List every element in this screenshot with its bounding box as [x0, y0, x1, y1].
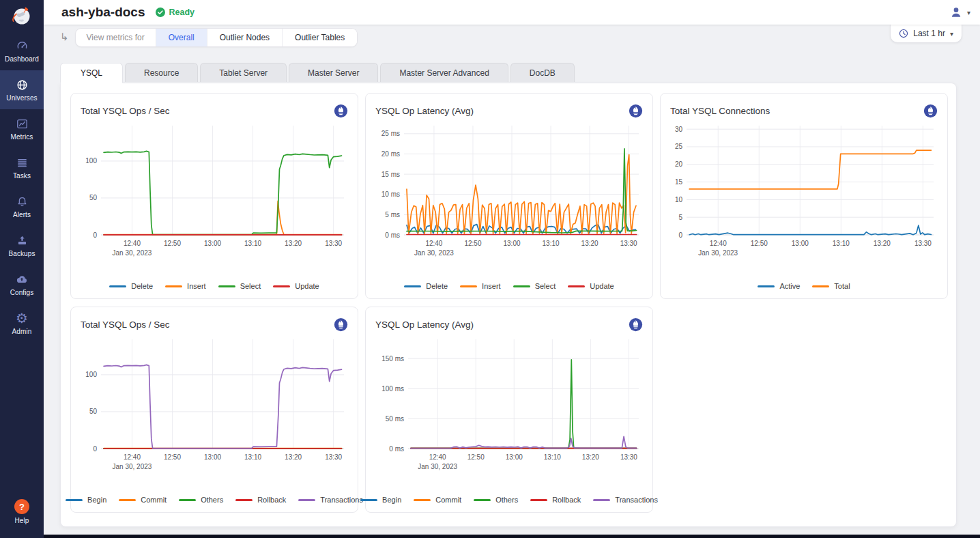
sidebar-item-universes[interactable]: Universes	[0, 70, 44, 109]
sidebar-item-metrics[interactable]: Metrics	[0, 109, 44, 148]
time-range-label: Last 1 hr	[913, 29, 945, 38]
scope-overall[interactable]: Overall	[156, 29, 207, 46]
user-icon	[949, 5, 963, 19]
chart-panel-ysql-op-latency-transactions: YSQL Op Latency (Avg) 12:40Jan 30, 20231…	[365, 307, 653, 513]
prometheus-icon[interactable]	[923, 104, 938, 118]
metrics-card: Total YSQL Ops / Sec 12:40Jan 30, 202312…	[60, 83, 957, 527]
sidebar-item-backups[interactable]: Backups	[0, 226, 44, 265]
legend-item-delete[interactable]: Delete	[109, 282, 153, 290]
chart-plot-area[interactable]: 12:40Jan 30, 202312:5013:0013:1013:2013:…	[375, 120, 644, 261]
legend-item-insert[interactable]: Insert	[460, 282, 501, 290]
tab-docdb[interactable]: DocDB	[510, 63, 575, 82]
legend-item-active[interactable]: Active	[758, 282, 800, 290]
legend-label: Insert	[482, 282, 501, 290]
chart-panel-total-ysql-ops: Total YSQL Ops / Sec 12:40Jan 30, 202312…	[70, 93, 358, 299]
prometheus-icon[interactable]	[629, 104, 643, 118]
svg-text:12:40: 12:40	[425, 240, 442, 247]
chart-legend: DeleteInsertSelectUpdate	[81, 282, 348, 292]
legend-item-transactions[interactable]: Transactions	[298, 496, 363, 504]
svg-text:20: 20	[675, 160, 683, 168]
legend-item-select[interactable]: Select	[513, 282, 556, 290]
chart-panel-total-ysql-connections: Total YSQL Connections 12:40Jan 30, 2023…	[660, 93, 948, 299]
svg-text:13:20: 13:20	[285, 453, 302, 461]
sidebar-item-dashboard[interactable]: Dashboard	[0, 31, 44, 70]
configs-cloud-icon	[15, 272, 29, 286]
svg-text:25 ms: 25 ms	[381, 130, 400, 137]
prometheus-icon[interactable]	[334, 317, 348, 332]
legend-item-commit[interactable]: Commit	[119, 496, 167, 504]
svg-text:12:50: 12:50	[751, 240, 768, 247]
legend-item-update[interactable]: Update	[273, 282, 319, 290]
svg-text:30: 30	[675, 126, 683, 133]
legend-item-transactions[interactable]: Transactions	[593, 496, 658, 504]
legend-label: Commit	[435, 496, 461, 504]
tab-tablet-server[interactable]: Tablet Server	[200, 63, 287, 82]
svg-text:13:20: 13:20	[874, 240, 891, 247]
svg-text:13:00: 13:00	[506, 453, 523, 461]
sidebar-item-label: Tasks	[13, 172, 31, 180]
svg-text:13:10: 13:10	[244, 453, 261, 461]
legend-swatch	[165, 285, 182, 287]
legend-swatch	[812, 285, 829, 287]
legend-label: Delete	[426, 282, 448, 290]
legend-item-select[interactable]: Select	[218, 282, 261, 290]
legend-label: Insert	[187, 282, 206, 290]
tab-ysql[interactable]: YSQL	[60, 63, 123, 83]
chart-title: YSQL Op Latency (Avg)	[375, 320, 474, 330]
chart-plot-area[interactable]: 12:40Jan 30, 202312:5013:0013:1013:2013:…	[81, 120, 349, 261]
tab-master-server[interactable]: Master Server	[289, 63, 378, 82]
legend-item-others[interactable]: Others	[179, 496, 223, 504]
legend-swatch	[513, 285, 530, 287]
legend-swatch	[235, 499, 253, 501]
time-range-picker[interactable]: Last 1 hr ▾	[890, 25, 962, 43]
legend-item-others[interactable]: Others	[474, 496, 518, 504]
legend-item-delete[interactable]: Delete	[404, 282, 448, 290]
caret-down-icon: ▾	[950, 30, 953, 38]
legend-item-total[interactable]: Total	[812, 282, 850, 290]
tab-master-server-advanced[interactable]: Master Server Advanced	[380, 63, 508, 82]
legend-swatch	[530, 499, 547, 501]
legend-label: Select	[240, 282, 261, 290]
sidebar-item-alerts[interactable]: Alerts	[0, 187, 44, 226]
legend-item-update[interactable]: Update	[568, 282, 614, 290]
legend-item-rollback[interactable]: Rollback	[235, 496, 286, 504]
chart-title: YSQL Op Latency (Avg)	[375, 106, 474, 116]
svg-text:13:30: 13:30	[620, 453, 637, 461]
svg-text:50: 50	[89, 408, 98, 415]
svg-text:100 ms: 100 ms	[381, 385, 404, 393]
legend-item-rollback[interactable]: Rollback	[530, 496, 581, 504]
svg-text:13:10: 13:10	[244, 240, 261, 247]
universe-globe-icon	[16, 78, 29, 91]
universe-title: ash-yba-docs	[61, 5, 145, 20]
svg-text:5 ms: 5 ms	[385, 211, 400, 218]
user-menu[interactable]: ▾	[949, 5, 970, 19]
yugabyte-logo[interactable]	[0, 0, 44, 31]
scope-selector-label: View metrics for	[76, 29, 156, 46]
legend-item-commit[interactable]: Commit	[414, 496, 461, 504]
prometheus-icon[interactable]	[334, 104, 348, 118]
svg-text:13:00: 13:00	[792, 240, 809, 247]
svg-text:12:40: 12:40	[429, 453, 446, 461]
bottom-dark-strip	[44, 535, 980, 538]
legend-item-begin[interactable]: Begin	[360, 496, 401, 504]
sidebar-item-tasks[interactable]: Tasks	[0, 148, 44, 187]
chart-plot-area[interactable]: 12:40Jan 30, 202312:5013:0013:1013:2013:…	[670, 120, 939, 261]
svg-text:13:10: 13:10	[544, 453, 561, 461]
sidebar-item-help[interactable]: ? Help	[0, 492, 44, 531]
chart-plot-area[interactable]: 12:40Jan 30, 202312:5013:0013:1013:2013:…	[375, 334, 644, 475]
legend-item-begin[interactable]: Begin	[66, 496, 106, 504]
chart-legend: BeginCommitOthersRollbackTransactions	[81, 496, 348, 505]
sidebar-item-admin[interactable]: ⚙ Admin	[0, 304, 44, 343]
prometheus-icon[interactable]	[629, 317, 643, 332]
chart-plot-area[interactable]: 12:40Jan 30, 202312:5013:0013:1013:2013:…	[81, 334, 349, 475]
svg-text:Jan 30, 2023: Jan 30, 2023	[418, 463, 457, 470]
scope-outlier-nodes[interactable]: Outlier Nodes	[207, 29, 282, 46]
scope-outlier-tables[interactable]: Outlier Tables	[282, 29, 357, 46]
chart-legend: DeleteInsertSelectUpdate	[375, 282, 643, 292]
legend-item-insert[interactable]: Insert	[165, 282, 206, 290]
svg-text:100: 100	[85, 371, 97, 378]
tab-resource[interactable]: Resource	[125, 63, 198, 82]
sidebar-item-configs[interactable]: Configs	[0, 265, 44, 304]
svg-text:100: 100	[85, 157, 97, 165]
svg-text:10 ms: 10 ms	[381, 190, 400, 198]
